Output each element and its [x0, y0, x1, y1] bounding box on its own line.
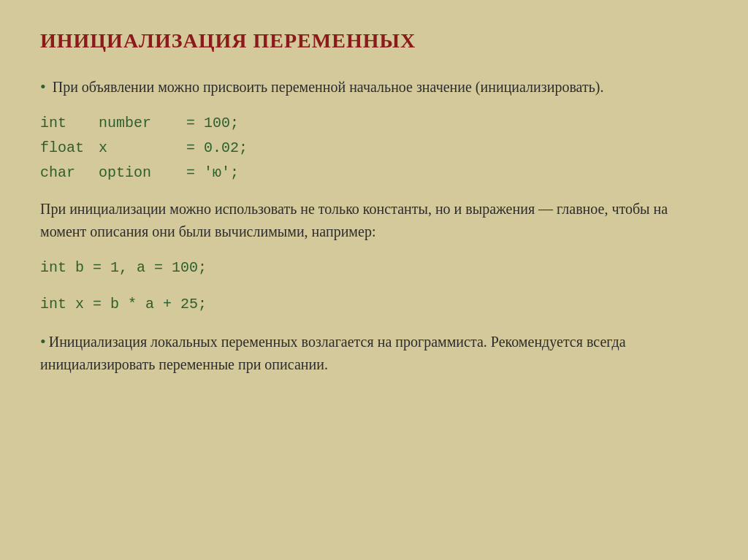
bullet-text-1: При объявлении можно присвоить переменно… — [49, 79, 604, 95]
code-var-option: option — [99, 161, 186, 185]
code-type-char: char — [40, 161, 99, 185]
code-value-yu: = 'ю'; — [186, 161, 708, 185]
code-value-100: = 100; — [186, 112, 708, 135]
code-value-002: = 0.02; — [186, 137, 708, 160]
bullet-point-1: • При объявлении можно присвоить перемен… — [40, 74, 708, 99]
bullet-icon-1: • — [40, 77, 46, 96]
code-var-number: number — [99, 112, 186, 135]
page-title: ИНИЦИАЛИЗАЦИЯ ПЕРЕМЕННЫХ — [40, 29, 708, 53]
code-type-float: float — [40, 137, 99, 160]
code-var-x: x — [99, 137, 186, 160]
slide: ИНИЦИАЛИЗАЦИЯ ПЕРЕМЕННЫХ • При объявлени… — [0, 0, 748, 560]
code-line-b-a: int b = 1, a = 100; — [40, 256, 708, 280]
bullet-icon-2: • — [40, 332, 46, 350]
code-block-declarations: int number = 100; float x = 0.02; char o… — [40, 112, 708, 185]
bullet-point-2: •Инициализация локальных переменных возл… — [40, 329, 708, 375]
bullet-text-2: Инициализация локальных переменных возла… — [40, 334, 626, 372]
paragraph-1: При инициализации можно использовать не … — [40, 198, 708, 243]
code-line-x: int x = b * a + 25; — [40, 293, 708, 316]
code-type-int: int — [40, 112, 99, 135]
